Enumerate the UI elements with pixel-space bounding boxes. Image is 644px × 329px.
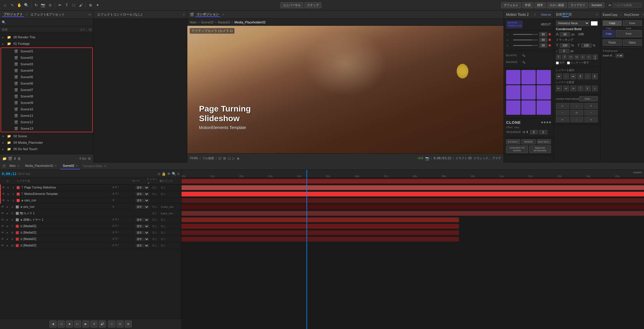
add-null-btn[interactable]: ADD NULL — [537, 139, 551, 144]
sequence-input1[interactable] — [530, 130, 538, 134]
breadcrumb-scene02[interactable]: Scene02 — [201, 20, 213, 24]
tree-item-footage[interactable]: ▸📁01 Footage — [0, 40, 93, 47]
dist-h-btn[interactable]: ⇔ — [563, 85, 569, 91]
brush-icon[interactable]: 🖌 — [78, 2, 84, 8]
renderer[interactable]: クラシック... — [474, 156, 491, 160]
tab-scene02-close[interactable]: ✕ — [76, 164, 78, 167]
anchor-ml[interactable]: ← — [556, 110, 569, 116]
play-btn[interactable]: ◀ — [49, 321, 56, 328]
layer-switch-木[interactable]: 木 — [112, 192, 115, 196]
learn-btn[interactable]: 学習 — [522, 2, 533, 8]
layer-expand-6[interactable]: ▸ — [5, 218, 9, 221]
layer-switch-fx[interactable]: fx — [115, 186, 117, 189]
marker-btn[interactable]: ◇ — [108, 321, 115, 328]
layer-row-7[interactable]: 👁▸7⊞[Madia02]木fx/通常なしなし — [0, 223, 181, 229]
anchor-tl[interactable]: ↖ — [556, 103, 569, 109]
bounce-wave-icon[interactable]: ∿ — [522, 59, 526, 65]
search-tl-icon[interactable]: 🔍 — [172, 172, 176, 176]
slider1-track[interactable] — [513, 34, 538, 35]
char-tab-text[interactable]: 言 — [569, 12, 572, 17]
purple-cell-4[interactable] — [506, 85, 520, 100]
anchor-tc[interactable]: ↑ — [570, 103, 584, 109]
draft-mode[interactable]: ドラフト 3D — [455, 156, 472, 160]
tree-item-donot[interactable]: ▸📁05 Do Not Touch — [0, 146, 93, 152]
layer-mode-2[interactable]: 通常 — [136, 192, 149, 196]
goukei-check[interactable] — [556, 61, 559, 64]
tab-media-close[interactable]: ✕ — [54, 164, 57, 167]
tsunami-btn[interactable]: tsunami — [589, 3, 604, 8]
align-mid-btn[interactable]: ↕ — [585, 73, 591, 79]
layer-vis-3[interactable]: 👁 — [1, 199, 6, 202]
slider3-track[interactable] — [513, 45, 538, 46]
hide-icon[interactable]: 👁 — [167, 172, 171, 176]
region-btn[interactable]: ⊡ — [117, 321, 124, 328]
layer-row-9[interactable]: 👁▸9⊞[Madia02]木fx/通常なしなし — [0, 236, 181, 242]
home-icon[interactable]: ⌂ — [2, 2, 8, 8]
viewer-icon1[interactable]: ⊡ — [218, 156, 221, 160]
dist-right-btn[interactable]: ⇥ — [570, 85, 576, 91]
paste-btn[interactable]: Paste — [603, 40, 622, 46]
align-right-btn[interactable]: ➡ — [570, 73, 576, 79]
expand-tl-icon[interactable]: ≡ — [177, 172, 179, 176]
layer-expand-8[interactable]: ▸ — [5, 231, 9, 234]
layer-mode-7[interactable]: 通常 — [136, 225, 149, 228]
align-bottom-btn[interactable]: ⬇ — [592, 73, 598, 79]
layer-mode-1[interactable]: 通常 — [136, 186, 149, 189]
layer-switch-木[interactable]: 木 — [112, 186, 115, 189]
view-mode[interactable]: フル画質 — [202, 156, 214, 160]
layer-expand-9[interactable]: ▸ — [5, 237, 9, 241]
tree-item-scene[interactable]: ▾📁02 Scene — [0, 133, 93, 139]
copy-ease-btn[interactable]: Ease — [616, 30, 642, 37]
loop-btn[interactable]: ↺ — [90, 321, 97, 328]
dist-bottom-btn[interactable]: ⇣ — [592, 85, 598, 91]
prev-frame-btn[interactable]: ◁ — [58, 321, 65, 328]
layer-fx-icon[interactable]: / — [118, 237, 119, 241]
layer-expand-10[interactable]: ▸ — [5, 244, 9, 247]
layer-expand-5[interactable]: ▸ — [5, 212, 9, 215]
tree-item-scene03[interactable]: 🎬Scene03 — [1, 61, 92, 67]
puppet-icon[interactable]: ✦ — [95, 2, 100, 8]
default-btn[interactable]: デフォルト — [501, 2, 521, 8]
tree-item-scene04[interactable]: 🎬Scene04 — [1, 67, 92, 74]
timeline-tab-scene02[interactable]: Scene02 ✕ — [60, 163, 80, 169]
layer-vis-10[interactable]: 👁 — [0, 244, 5, 247]
copy-copy-btn[interactable]: Copy — [603, 30, 614, 37]
tree-item-scene06[interactable]: 🎬Scene06 — [1, 80, 92, 87]
hindi-option[interactable]: ヒンディー数字 — [567, 61, 589, 65]
layer-mode-4[interactable]: 通常 — [136, 205, 149, 209]
text-icon[interactable]: T — [64, 2, 70, 8]
dist-left-btn[interactable]: ⇤ — [556, 85, 562, 91]
layer-row-4[interactable]: 👁▸4■pos_con木通常なし3:cam_con — [0, 204, 181, 210]
layer-vis-7[interactable]: 👁 — [0, 225, 5, 228]
layer-vis-8[interactable]: 👁 — [0, 231, 5, 234]
layer-fx-icon[interactable]: / — [118, 192, 119, 196]
align-top-btn[interactable]: ⬆ — [578, 73, 584, 79]
help-search-input[interactable] — [612, 3, 642, 8]
layer-row-3[interactable]: 👁▸3■cam_con木通常 — [0, 197, 181, 204]
purple-cell-1[interactable] — [506, 70, 520, 84]
layer-row-5[interactable]: 👁▸5📷カメラ 1なし4:pos_con — [0, 210, 181, 217]
library-btn[interactable]: ライブラリ — [568, 2, 588, 8]
anchor-icon[interactable]: ⊕ — [88, 2, 93, 8]
hindi-check[interactable] — [567, 61, 570, 64]
tree-item-scene05[interactable]: 🎬Scene05 — [1, 74, 92, 80]
vert-scale-input[interactable] — [560, 43, 570, 48]
layer-expand-2[interactable]: ▸ — [6, 192, 10, 196]
layer-fx-icon[interactable]: / — [118, 231, 119, 234]
smallcaps-btn[interactable]: Tᴛ — [574, 54, 580, 60]
new-folder-icon[interactable]: 📁 — [2, 157, 7, 161]
viewer-icon4[interactable]: ▷ — [232, 156, 235, 160]
camera-capture-icon[interactable]: 📷 — [425, 156, 429, 160]
goukei-option[interactable]: 合字 — [556, 61, 565, 65]
italic-btn[interactable]: T — [562, 54, 567, 60]
anchor-butt-btn[interactable]: Buttc... — [579, 96, 598, 101]
anchor-mr[interactable]: → — [584, 110, 598, 116]
baseline-input[interactable] — [559, 49, 569, 53]
tab-main-close[interactable]: ✕ — [17, 164, 19, 167]
timeline-tab-main[interactable]: Main ✕ — [7, 163, 22, 169]
seq-icon1[interactable]: ⇉ — [522, 130, 525, 134]
layer-switch-木[interactable]: 木 — [112, 224, 115, 228]
horiz-scale-input[interactable] — [581, 43, 592, 48]
layer-mode-8[interactable]: 通常 — [136, 231, 149, 234]
convert-shape-btn[interactable]: CONVERT TO SHAPE — [506, 145, 528, 153]
